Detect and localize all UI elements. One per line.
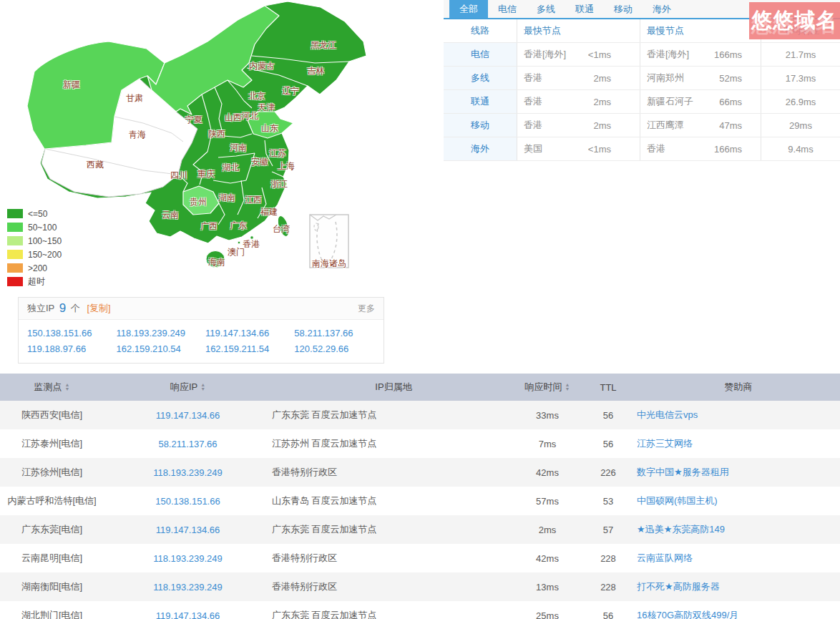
monitor-row: 内蒙古呼和浩特[电信] 150.138.151.66 山东青岛 百度云加速节点 …	[0, 487, 840, 515]
header-response-time[interactable]: 响应时间 ▲▼	[515, 381, 580, 394]
province-label[interactable]: 安徽	[251, 156, 268, 168]
map-region-macau[interactable]	[238, 241, 240, 244]
province-label[interactable]: 辽宁	[282, 85, 299, 97]
ip-link[interactable]: 150.138.151.66	[27, 326, 113, 341]
line-tab[interactable]: 移动	[604, 0, 643, 18]
header-ttl: TTL	[580, 382, 637, 393]
ip-link[interactable]: 118.193.239.249	[116, 326, 202, 341]
response-ip-link[interactable]: 150.138.151.66	[155, 496, 220, 507]
province-label[interactable]: 山西	[225, 112, 242, 124]
latency-legend: <=50 50~100 100~150 150~200 >200	[7, 207, 62, 288]
province-label[interactable]: 上海	[278, 160, 295, 172]
province-label[interactable]: 河北	[241, 110, 258, 122]
sort-icon[interactable]: ▲▼	[65, 383, 70, 391]
province-label[interactable]: 新疆	[63, 79, 80, 91]
province-label[interactable]: 四川	[170, 170, 187, 182]
province-label[interactable]: 重庆	[197, 168, 215, 180]
ip-location: 江苏苏州 百度云加速节点	[272, 437, 515, 450]
copy-ip-link[interactable]: [复制]	[87, 303, 110, 313]
fastest-node: 香港	[524, 119, 542, 132]
province-label[interactable]: 河南	[230, 142, 247, 154]
sort-icon[interactable]: ▲▼	[565, 383, 570, 391]
response-ip-link[interactable]: 118.193.239.249	[153, 553, 223, 564]
ip-link[interactable]: 119.147.134.66	[205, 326, 291, 341]
province-label[interactable]: 宁夏	[185, 114, 202, 126]
line-tab[interactable]: 海外	[643, 0, 681, 18]
province-label[interactable]: 云南	[162, 209, 179, 221]
ip-link[interactable]: 58.211.137.66	[294, 326, 380, 341]
sponsor-link[interactable]: ★迅美★东莞高防149	[637, 524, 725, 535]
province-label[interactable]: 广西	[200, 220, 218, 233]
province-label[interactable]: 澳门	[228, 246, 245, 258]
province-label[interactable]: 湖南	[218, 192, 235, 204]
response-ip-link[interactable]: 118.193.239.249	[153, 582, 223, 593]
ip-location: 山东青岛 百度云加速节点	[272, 494, 515, 507]
line-name[interactable]: 电信	[444, 43, 517, 66]
fastest-node-cell: 香港 2ms	[517, 90, 640, 113]
province-label[interactable]: 天津	[258, 102, 275, 114]
header-monitor-point[interactable]: 监测点 ▲▼	[0, 381, 104, 394]
line-tab[interactable]: 全部	[449, 0, 488, 18]
slowest-time: 166ms	[714, 144, 742, 155]
fastest-time: 2ms	[593, 97, 611, 107]
summary-row: 联通 香港 2ms 新疆石河子 66ms 26.9ms	[444, 90, 840, 114]
response-ip-link[interactable]: 118.193.239.249	[153, 467, 223, 478]
province-label[interactable]: 内蒙古	[249, 60, 275, 72]
line-tab[interactable]: 多线	[527, 0, 565, 18]
sponsor-link[interactable]: 中光电信云vps	[637, 409, 698, 420]
sponsor-link[interactable]: 打不死★高防服务器	[637, 581, 720, 592]
line-name[interactable]: 联通	[444, 90, 517, 113]
province-label[interactable]: 吉林	[307, 65, 324, 77]
province-label[interactable]: 青海	[129, 129, 146, 141]
province-label[interactable]: 江苏	[269, 147, 286, 160]
ip-link[interactable]: 162.159.210.54	[116, 341, 202, 357]
province-label[interactable]: 福建	[260, 206, 278, 218]
province-label[interactable]: 湖北	[222, 162, 239, 174]
monitor-table-header: 监测点 ▲▼ 响应IP ▲▼ IP归属地 响应时间 ▲▼ TTL 赞助商	[0, 374, 840, 401]
province-label[interactable]: 香港	[243, 238, 260, 250]
response-ip-link[interactable]: 119.147.134.66	[156, 610, 220, 619]
province-label[interactable]: 台湾	[273, 223, 290, 235]
sponsor-link[interactable]: 江苏三艾网络	[637, 438, 693, 449]
sponsor-link[interactable]: 云南蓝队网络	[637, 552, 693, 563]
legend-row: 50~100	[7, 220, 62, 234]
ip-link[interactable]: 120.52.29.66	[294, 341, 380, 357]
ttl-value: 57	[580, 525, 637, 535]
summary-row: 电信 香港[海外] <1ms 香港[海外] 166ms 21.7ms	[444, 43, 840, 67]
province-label[interactable]: 陕西	[208, 128, 225, 140]
sort-icon[interactable]: ▲▼	[200, 383, 205, 391]
monitor-row: 江苏泰州[电信] 58.211.137.66 江苏苏州 百度云加速节点 7ms …	[0, 429, 840, 458]
response-time: 13ms	[515, 582, 580, 593]
monitor-row: 广东东莞[电信] 119.147.134.66 广东东莞 百度云加速节点 2ms…	[0, 515, 840, 544]
header-response-ip[interactable]: 响应IP ▲▼	[104, 381, 272, 394]
province-label[interactable]: 浙江	[270, 178, 288, 190]
line-tab[interactable]: 联通	[565, 0, 604, 18]
sponsor-link[interactable]: 16核70G高防双线499/月	[637, 610, 738, 619]
province-label[interactable]: 海南	[208, 256, 225, 268]
ip-location: 香港特别行政区	[272, 466, 515, 479]
line-name[interactable]: 海外	[444, 137, 517, 160]
province-label[interactable]: 贵州	[190, 196, 207, 208]
ip-location: 广东东莞 百度云加速节点	[272, 409, 515, 421]
province-label[interactable]: 广东	[230, 220, 247, 232]
province-label[interactable]: 北京	[248, 90, 265, 102]
response-ip-link[interactable]: 58.211.137.66	[158, 439, 217, 449]
line-tab[interactable]: 电信	[488, 0, 527, 18]
province-label[interactable]: 南海诸岛	[312, 258, 346, 270]
province-label[interactable]: 黑龙江	[311, 39, 336, 52]
response-ip-link[interactable]: 119.147.134.66	[156, 410, 220, 421]
sponsor-link[interactable]: 数字中国★服务器租用	[637, 467, 729, 477]
average-time: 21.7ms	[761, 43, 840, 66]
line-name[interactable]: 多线	[444, 67, 517, 89]
sponsor-link[interactable]: 中国硕网(韩国主机)	[637, 495, 718, 506]
province-label[interactable]: 江西	[245, 194, 262, 206]
more-link[interactable]: 更多	[358, 298, 375, 319]
response-ip-link[interactable]: 119.147.134.66	[156, 525, 220, 535]
province-label[interactable]: 甘肃	[126, 92, 143, 104]
province-label[interactable]: 西藏	[87, 159, 104, 171]
province-label[interactable]: 山东	[261, 122, 278, 135]
slowest-node-cell: 香港 166ms	[640, 137, 761, 160]
ip-link[interactable]: 119.188.97.66	[27, 341, 113, 357]
ip-link[interactable]: 162.159.211.54	[205, 341, 291, 357]
line-name[interactable]: 移动	[444, 114, 517, 137]
